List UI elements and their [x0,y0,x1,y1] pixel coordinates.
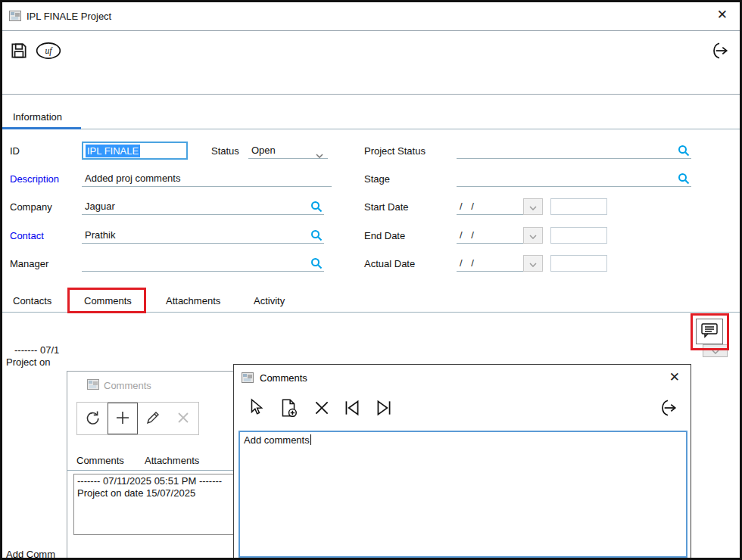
project-status-label: Project Status [364,145,426,157]
red-highlight-comment-button [691,313,729,350]
comment-textarea[interactable]: Add comments [238,431,687,558]
contact-label[interactable]: Contact [10,230,44,241]
dialog-title: Comments [260,372,307,384]
plus-icon [114,409,131,428]
search-icon[interactable] [678,173,690,187]
red-highlight-comments-tab [67,288,146,313]
chevron-down-icon[interactable] [316,149,323,160]
uf-icon: uf [35,41,62,63]
exit-icon [709,41,730,63]
tab-information[interactable]: Information [2,106,81,129]
x-cross-icon [313,399,331,419]
search-icon[interactable] [310,257,323,272]
document-plus-icon [278,397,299,421]
save-button[interactable] [8,41,30,62]
app-icon [9,11,21,23]
id-value-selected: IPL FINALE [86,145,140,157]
project-window: IPL FINALE Project ✕ uf Information ID I… [0,0,742,560]
close-icon[interactable]: ✕ [717,8,728,21]
actual-date-dropdown-button[interactable] [523,255,543,272]
clipped-comment-text: Project on [6,356,51,368]
edit-comment-button[interactable] [138,403,168,434]
svg-text:uf: uf [45,46,53,56]
company-label: Company [10,201,52,213]
end-date-dropdown-button[interactable] [523,227,543,244]
delete-comment-button[interactable] [310,397,334,421]
save-icon [9,41,29,63]
description-label[interactable]: Description [10,173,59,185]
tab-activity[interactable]: Activity [254,295,285,306]
search-icon[interactable] [310,229,323,244]
main-toolbar: uf [2,32,740,95]
tab-attachments[interactable]: Attachments [145,455,199,466]
dialog-title: Comments [104,380,151,391]
actual-date-label: Actual Date [364,258,415,269]
actual-date-value: / / [460,257,477,269]
start-date-label: Start Date [364,201,409,213]
add-comment-bottom-label: Add Comm [6,549,55,560]
first-record-button[interactable] [340,397,364,421]
pointer-button[interactable] [245,397,269,421]
status-combobox[interactable]: Open [248,142,328,159]
contact-field[interactable]: Prathik [82,227,324,244]
add-comment-button[interactable] [108,403,138,434]
arrow-cursor-icon [247,398,267,420]
delete-comment-button-disabled[interactable] [168,403,198,434]
actual-date-field[interactable]: / / [457,255,523,272]
status-value: Open [251,145,276,156]
refresh-icon [84,409,101,428]
pencil-icon [145,409,161,428]
window-title: IPL FINALE Project [26,11,111,22]
description-field[interactable]: Added proj comments [82,170,332,187]
app-icon [87,379,99,392]
manager-field[interactable] [82,255,324,272]
x-cross-icon [176,410,191,428]
nav-last-icon [374,399,394,419]
end-time-field[interactable] [550,227,607,244]
comments-toolbar [76,402,199,435]
last-record-button[interactable] [372,397,396,421]
chevron-down-icon [529,230,537,241]
description-value: Added proj comments [85,173,180,184]
end-date-field[interactable]: / / [457,227,523,244]
chevron-down-icon [529,258,537,269]
window-titlebar: IPL FINALE Project ✕ [2,2,740,31]
start-time-field[interactable] [550,198,607,215]
id-label: ID [10,145,20,157]
search-icon[interactable] [310,201,323,215]
start-date-value: / / [460,201,477,212]
project-status-field[interactable] [457,142,691,159]
start-date-dropdown-button[interactable] [523,198,543,215]
exit-button[interactable] [656,397,680,421]
stage-field[interactable] [457,170,691,187]
nav-first-icon [342,399,362,419]
manager-label: Manager [10,258,48,269]
company-field[interactable]: Jaguar [82,198,324,215]
exit-button[interactable] [708,41,731,62]
new-comment-button[interactable] [276,397,301,421]
refresh-button[interactable] [77,403,108,434]
app-icon [242,372,254,385]
status-label: Status [211,145,239,157]
tab-row-divider [2,129,742,129]
text-caret [310,434,311,445]
comments-dialog-front: Comments ✕ [233,364,691,560]
tab-contacts[interactable]: Contacts [13,295,51,306]
contact-value: Prathik [85,229,115,241]
start-date-field[interactable]: / / [457,198,523,215]
search-icon[interactable] [678,145,690,159]
end-date-label: End Date [364,230,405,241]
close-icon[interactable]: ✕ [669,371,680,384]
uf-button[interactable]: uf [34,42,63,61]
exit-icon [657,398,678,420]
id-field[interactable]: IPL FINALE [82,142,188,160]
end-date-value: / / [460,229,477,241]
tab-attachments[interactable]: Attachments [166,295,220,306]
tab-comments[interactable]: Comments [76,455,124,466]
tab-information-label: Information [13,111,62,123]
company-value: Jaguar [85,201,115,212]
comment-text: Add comments [244,434,310,446]
actual-time-field[interactable] [550,255,607,272]
clipped-comment-header: ------- 07/1 [14,344,59,356]
chevron-down-icon [529,201,537,213]
